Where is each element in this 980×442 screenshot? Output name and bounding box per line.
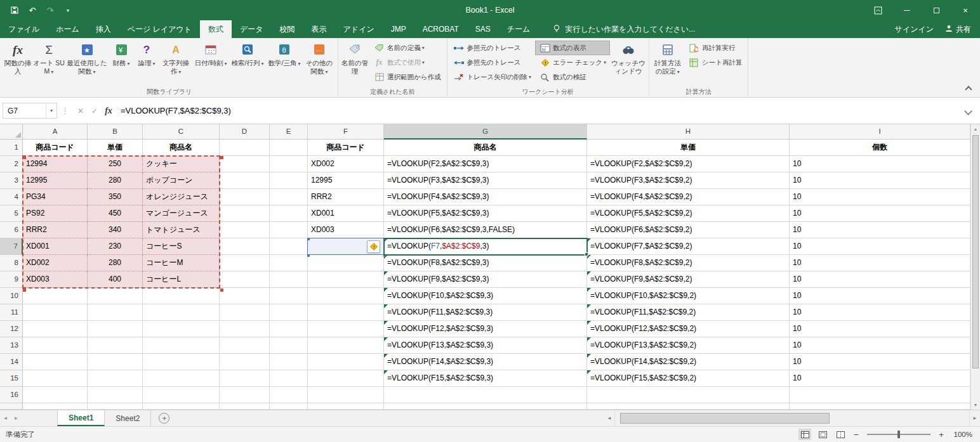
cell-F14[interactable]: [308, 354, 384, 370]
cell-F15[interactable]: [308, 370, 384, 387]
cell-G11[interactable]: =VLOOKUP(F11,$A$2:$C$9,3): [384, 304, 587, 321]
cell-C4[interactable]: オレンジジュース: [143, 189, 220, 205]
row-header-9[interactable]: 9: [0, 271, 23, 288]
cell-A6[interactable]: RRR2: [23, 222, 88, 238]
cell-F3[interactable]: 12995: [308, 172, 384, 189]
column-header-E[interactable]: E: [270, 124, 308, 140]
cell-E8[interactable]: [270, 255, 308, 271]
cell-E13[interactable]: [270, 337, 308, 354]
logical-button[interactable]: ? 論理▾: [134, 39, 159, 86]
more-functions-button[interactable]: … その他の関数▾: [303, 39, 336, 86]
cell-H1[interactable]: 単価: [587, 140, 790, 156]
cell-D3[interactable]: [220, 172, 270, 189]
sheet-nav-right-icon[interactable]: ►: [11, 410, 22, 426]
column-header-D[interactable]: D: [220, 124, 270, 140]
tab-formulas[interactable]: 数式: [200, 20, 232, 38]
cell-B2[interactable]: 250: [88, 156, 143, 172]
tab-home[interactable]: ホーム: [48, 20, 88, 38]
cell-E2[interactable]: [270, 156, 308, 172]
close-button[interactable]: ×: [951, 0, 980, 20]
tab-sas[interactable]: SAS: [467, 20, 499, 38]
cell-G14[interactable]: =VLOOKUP(F14,$A$2:$C$9,3): [384, 354, 587, 370]
sheet-nav-left-icon[interactable]: ◄: [0, 410, 11, 426]
spreadsheet-grid[interactable]: ABCDEFGHI1商品コード単価商品名商品コード商品名単価個数21299425…: [0, 124, 970, 410]
row-header-17[interactable]: [0, 403, 23, 410]
cell-H8[interactable]: =VLOOKUP(F8,$A$2:$C$9,2): [587, 255, 790, 271]
financial-button[interactable]: ¥ 財務▾: [109, 39, 134, 86]
row-header-12[interactable]: 12: [0, 321, 23, 337]
zoom-slider[interactable]: [867, 434, 930, 435]
calculation-options-button[interactable]: 計算方法の設定▾: [651, 39, 684, 86]
cell-I10[interactable]: 10: [790, 288, 970, 304]
cell-A10[interactable]: [23, 288, 88, 304]
cell-C15[interactable]: [143, 370, 220, 387]
cell-C17[interactable]: [143, 403, 220, 410]
cell-C11[interactable]: [143, 304, 220, 321]
recently-used-button[interactable]: ★ 最近使用した関数▾: [65, 39, 109, 86]
cell-I9[interactable]: 10: [790, 271, 970, 288]
cell-H9[interactable]: =VLOOKUP(F9,$A$2:$C$9,2): [587, 271, 790, 288]
cell-B1[interactable]: 単価: [88, 140, 143, 156]
ribbon-display-options-icon[interactable]: [863, 0, 892, 20]
cell-E6[interactable]: [270, 222, 308, 238]
cell-F13[interactable]: [308, 337, 384, 354]
cell-H13[interactable]: =VLOOKUP(F13,$A$2:$C$9,2): [587, 337, 790, 354]
hscroll-right-icon[interactable]: ►: [970, 415, 980, 421]
cell-E5[interactable]: [270, 205, 308, 222]
row-header-10[interactable]: 10: [0, 288, 23, 304]
cell-H16[interactable]: [587, 387, 790, 403]
cell-E16[interactable]: [270, 387, 308, 403]
cell-G1[interactable]: 商品名: [384, 140, 587, 156]
cell-E9[interactable]: [270, 271, 308, 288]
sheet-tab-sheet1[interactable]: Sheet1: [57, 410, 105, 426]
text-functions-button[interactable]: A 文字列操作▾: [159, 39, 192, 86]
normal-view-icon[interactable]: [798, 429, 811, 440]
cell-H2[interactable]: =VLOOKUP(F2,$A$2:$C$9,2): [587, 156, 790, 172]
cell-G5[interactable]: =VLOOKUP(F5,$A$2:$C$9,3): [384, 205, 587, 222]
cell-F10[interactable]: [308, 288, 384, 304]
evaluate-formula-button[interactable]: 数式の検証: [535, 70, 610, 84]
vertical-scrollbar[interactable]: ▲ ▼: [970, 124, 980, 410]
expand-formula-bar-icon[interactable]: [962, 108, 974, 114]
cell-D12[interactable]: [220, 321, 270, 337]
cell-C13[interactable]: [143, 337, 220, 354]
name-box[interactable]: G7 ▾: [3, 103, 57, 119]
lookup-reference-button[interactable]: 検索/行列▾: [229, 39, 266, 86]
cell-D6[interactable]: [220, 222, 270, 238]
sign-in-link[interactable]: サインイン: [895, 24, 934, 35]
cell-B3[interactable]: 280: [88, 172, 143, 189]
scroll-up-icon[interactable]: ▲: [971, 124, 980, 134]
cell-I1[interactable]: 個数: [790, 140, 970, 156]
cell-A13[interactable]: [23, 337, 88, 354]
share-button[interactable]: 共有: [945, 24, 971, 35]
date-time-button[interactable]: 日付/時刻▾: [192, 39, 229, 86]
collapse-ribbon-icon[interactable]: [965, 86, 972, 93]
show-formulas-button[interactable]: fx 数式の表示: [535, 41, 610, 55]
cell-F16[interactable]: [308, 387, 384, 403]
horizontal-scrollbar[interactable]: ◄ ►: [604, 410, 980, 426]
trace-precedents-button[interactable]: 参照元のトレース: [449, 41, 536, 55]
cell-F4[interactable]: RRR2: [308, 189, 384, 205]
row-header-14[interactable]: 14: [0, 354, 23, 370]
tab-view[interactable]: 表示: [303, 20, 335, 38]
cell-G8[interactable]: =VLOOKUP(F8,$A$2:$C$9,3): [384, 255, 587, 271]
cell-C16[interactable]: [143, 387, 220, 403]
maximize-button[interactable]: [922, 0, 951, 20]
define-name-button[interactable]: 名前の定義 ▾: [369, 41, 445, 55]
cell-F12[interactable]: [308, 321, 384, 337]
cell-I3[interactable]: 10: [790, 172, 970, 189]
hscroll-left-icon[interactable]: ◄: [604, 415, 614, 421]
cell-B16[interactable]: [88, 387, 143, 403]
cell-A4[interactable]: PG34: [23, 189, 88, 205]
cell-F1[interactable]: 商品コード: [308, 140, 384, 156]
cell-B17[interactable]: [88, 403, 143, 410]
cell-D8[interactable]: [220, 255, 270, 271]
cell-C6[interactable]: トマトジュース: [143, 222, 220, 238]
new-sheet-button[interactable]: +: [159, 413, 169, 424]
cell-E11[interactable]: [270, 304, 308, 321]
cell-D10[interactable]: [220, 288, 270, 304]
cell-D7[interactable]: [220, 238, 270, 255]
cell-D11[interactable]: [220, 304, 270, 321]
zoom-slider-thumb[interactable]: [897, 431, 900, 438]
cell-B9[interactable]: 400: [88, 271, 143, 288]
